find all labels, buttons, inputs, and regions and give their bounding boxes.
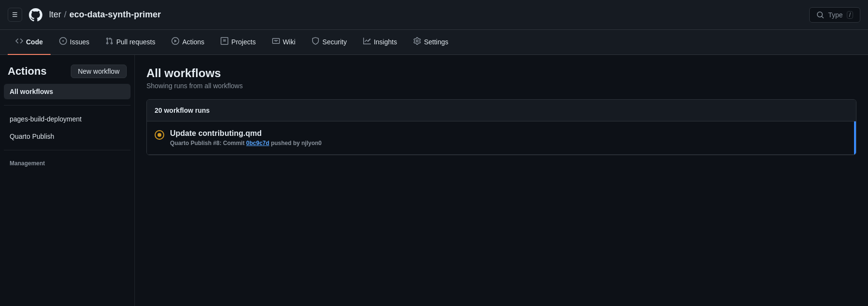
search-icon (816, 11, 824, 19)
tab-projects[interactable]: Projects (213, 30, 263, 55)
repo-path: lter / eco-data-synth-primer (49, 10, 161, 20)
sidebar-header: Actions New workflow (4, 63, 131, 82)
run-meta-prefix: Quarto Publish #8: Commit (170, 140, 245, 146)
actions-icon (171, 37, 179, 46)
tab-wiki[interactable]: Wiki (264, 30, 303, 55)
panel-title: All workflows (146, 67, 856, 80)
repo-owner[interactable]: lter (49, 10, 61, 20)
code-icon (15, 37, 23, 46)
tab-code-label: Code (26, 38, 43, 46)
run-title: Update contributing.qmd (170, 129, 848, 138)
sidebar-item-quarto-publish[interactable]: Quarto Publish (4, 129, 131, 144)
tab-pull-requests-label: Pull requests (116, 38, 155, 46)
run-item-wrapper: Update contributing.qmd Quarto Publish #… (147, 121, 856, 155)
run-status-icon (155, 130, 164, 140)
search-label: Type (828, 11, 842, 19)
wiki-icon (272, 37, 280, 46)
repo-separator: / (64, 10, 66, 20)
tab-actions-label: Actions (182, 38, 204, 46)
repo-tabs: Code Issues Pull requests Actions (0, 30, 868, 55)
insights-icon (363, 37, 371, 46)
top-bar: ☰ lter / eco-data-synth-primer Type / (0, 0, 868, 30)
run-commit-link[interactable]: 0bc9c7d (246, 140, 269, 146)
main-content: Actions New workflow All workflows pages… (0, 55, 868, 306)
github-logo[interactable] (28, 7, 43, 23)
workflow-run-item[interactable]: Update contributing.qmd Quarto Publish #… (147, 121, 856, 155)
search-shortcut: / (847, 11, 853, 19)
tab-actions[interactable]: Actions (164, 30, 212, 55)
tab-projects-label: Projects (231, 38, 256, 46)
run-info: Update contributing.qmd Quarto Publish #… (170, 129, 848, 146)
new-workflow-button[interactable]: New workflow (71, 65, 127, 78)
sidebar-item-all-workflows[interactable]: All workflows (4, 84, 131, 99)
sidebar-management-label: Management (4, 156, 131, 169)
tab-insights[interactable]: Insights (355, 30, 405, 55)
workflow-runs-header: 20 workflow runs (147, 100, 856, 121)
projects-icon (221, 37, 228, 46)
tab-issues[interactable]: Issues (52, 30, 97, 55)
top-bar-left: ☰ lter / eco-data-synth-primer (8, 7, 809, 23)
issues-icon (59, 37, 67, 46)
search-button[interactable]: Type / (809, 7, 860, 23)
hamburger-icon: ☰ (12, 11, 18, 18)
sidebar-title: Actions (8, 65, 47, 78)
settings-icon (413, 37, 421, 46)
panel-subtitle: Showing runs from all workflows (146, 82, 856, 90)
status-inprogress-icon (155, 130, 164, 140)
tab-settings[interactable]: Settings (406, 30, 456, 55)
hamburger-button[interactable]: ☰ (8, 8, 22, 22)
pull-request-icon (105, 37, 113, 46)
sidebar: Actions New workflow All workflows pages… (0, 55, 135, 306)
sidebar-divider (4, 105, 131, 106)
sidebar-item-pages-build[interactable]: pages-build-deployment (4, 111, 131, 127)
main-panel: All workflows Showing runs from all work… (135, 55, 868, 306)
security-icon (312, 37, 319, 46)
repo-name[interactable]: eco-data-synth-primer (69, 10, 161, 20)
workflow-runs-box: 20 workflow runs Update contributing.qmd… (146, 99, 856, 155)
run-meta-suffix: pushed by njlyon0 (271, 140, 321, 146)
tab-wiki-label: Wiki (283, 38, 295, 46)
tab-settings-label: Settings (424, 38, 448, 46)
tab-insights-label: Insights (374, 38, 397, 46)
sidebar-divider-2 (4, 150, 131, 150)
tab-code[interactable]: Code (8, 30, 51, 55)
tab-security[interactable]: Security (304, 30, 355, 55)
tab-security-label: Security (322, 38, 347, 46)
run-meta: Quarto Publish #8: Commit 0bc9c7d pushed… (170, 140, 848, 146)
tab-pull-requests[interactable]: Pull requests (98, 30, 163, 55)
run-blue-indicator (854, 121, 856, 155)
tab-issues-label: Issues (70, 38, 89, 46)
